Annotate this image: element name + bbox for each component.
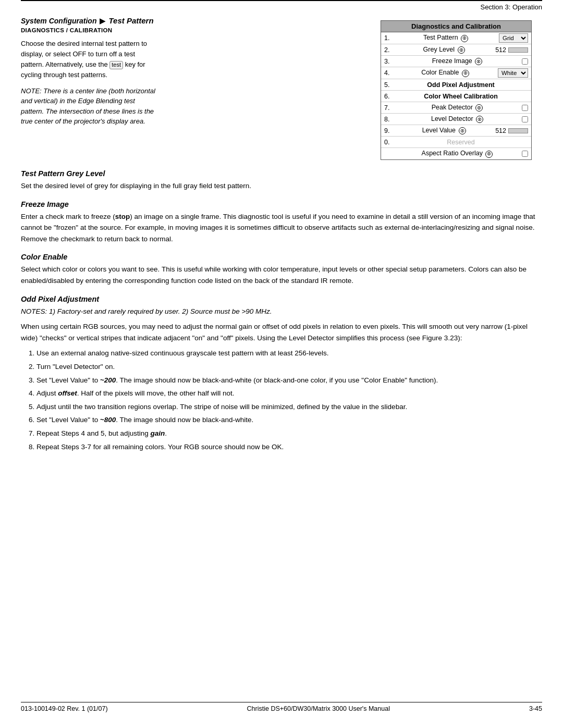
diag-label-1: Test Pattern ⦿ [394,34,499,42]
aspect-ratio-overlay-checkbox[interactable] [522,151,528,157]
diag-num-0: 0. [384,139,394,146]
list-item-7: Repeat Steps 4 and 5, but adjusting gain… [36,428,542,439]
freeze-image-checkbox[interactable] [522,58,528,65]
diag-num-8: 8. [384,116,394,123]
diagnostics-table: Diagnostics and Calibration 1. Test Patt… [381,20,532,160]
diag-row-9: 9. Level Value ⦿ 512 [381,125,531,137]
diag-label-3: Freeze Image ⦿ [394,57,522,66]
diag-control-1[interactable]: Grid OFF White [499,33,528,43]
diag-label-6: Color Wheel Calibration [394,93,528,100]
left-para1: Choose the desired internal test pattern… [21,39,156,81]
list-item-2: Turn "Level Detector" on. [36,361,542,373]
test-pattern-title: Test Pattern [108,16,153,25]
level-value-slider[interactable] [508,128,528,133]
diag-num-9: 9. [384,127,394,134]
diag-num-5: 5. [384,81,394,89]
footer-bar: 013-100149-02 Rev. 1 (01/07) Christie DS… [21,702,542,712]
diag-num-1: 1. [384,34,394,42]
color-enable-select[interactable]: White Red Green Blue [498,68,528,78]
odd-pixel-heading: Odd Pixel Adjustment [21,295,542,303]
grey-level-slider[interactable] [508,47,528,53]
diag-control-3[interactable] [522,58,528,65]
diag-num-2: 2. [384,46,394,54]
diag-num-4: 4. [384,69,394,77]
page: Section 3: Operation System Configuratio… [0,0,563,728]
diag-control-7[interactable] [522,105,528,111]
footer-center: Christie DS+60/DW30/Matrix 3000 User's M… [247,705,390,712]
footer-right: 3-45 [529,705,542,712]
diag-control-aro[interactable] [522,151,528,157]
sys-config-title: System Configuration [21,17,96,25]
arrow-icon: ▶ [100,17,105,25]
list-item-8: Repeat Steps 3-7 for all remaining color… [36,441,542,453]
diag-label-aro: Aspect Ratio Overlay ⦿ [394,150,522,158]
main-content: System Configuration ▶ Test Pattern Diag… [21,16,542,452]
diag-num-7: 7. [384,104,394,112]
diag-row-3: 3. Freeze Image ⦿ [381,56,531,67]
grey-level-value: 512 [495,46,506,54]
diag-row-6: 6. Color Wheel Calibration [381,91,531,102]
ir-icon-9: ⦿ [459,127,466,134]
diag-row-4: 4. Color Enable ⦿ White Red Green Blue [381,67,531,79]
diag-label-8: Level Detector ⦿ [394,115,522,124]
diag-control-9: 512 [495,127,528,134]
diag-label-5: Odd Pixel Adjustment [394,81,528,89]
diag-row-1: 1. Test Pattern ⦿ Grid OFF White [381,32,531,44]
ir-icon-4: ⦿ [462,70,469,77]
color-enable-heading: Color Enable [21,253,542,261]
grey-level-heading: Test Pattern Grey Level [21,169,542,178]
ir-icon-aro: ⦿ [485,151,493,158]
list-item-3: Set "Level Value" to ~200. The image sho… [36,375,542,386]
header-bar: Section 3: Operation [21,0,542,11]
diag-control-2: 512 [495,46,528,54]
diag-control-4[interactable]: White Red Green Blue [498,68,528,78]
diag-row-7: 7. Peak Detector ⦿ [381,102,531,114]
diag-cal-label: Diagnostics / Calibration [21,27,156,33]
diag-control-8[interactable] [522,116,528,122]
diag-table-title: Diagnostics and Calibration [381,21,531,32]
right-column: Diagnostics and Calibration 1. Test Patt… [167,16,532,160]
freeze-image-body: Enter a check mark to freeze (stop) an i… [21,211,542,245]
diag-label-7: Peak Detector ⦿ [394,104,522,112]
diag-num-6: 6. [384,93,394,100]
footer-left: 013-100149-02 Rev. 1 (01/07) [21,705,108,712]
sys-config-heading: System Configuration ▶ Test Pattern [21,16,156,25]
left-column: System Configuration ▶ Test Pattern Diag… [21,16,156,160]
odd-pixel-notes: NOTES: 1) Factory-set and rarely require… [21,306,542,317]
test-pattern-select[interactable]: Grid OFF White [499,33,528,43]
ir-icon-7: ⦿ [475,104,483,112]
ir-icon-1: ⦿ [461,35,468,42]
list-item-6: Set "Level Value" to ~800. The image sho… [36,414,542,426]
diag-row-aro: Aspect Ratio Overlay ⦿ [381,148,531,159]
odd-pixel-list: Use an external analog native-sized cont… [36,348,542,452]
center-line-note: NOTE: There is a center line (both horiz… [21,86,156,127]
diag-row-5: 5. Odd Pixel Adjustment [381,79,531,91]
diag-row-2: 2. Grey Level ⦿ 512 [381,44,531,56]
test-key: test [109,61,123,69]
diag-num-3: 3. [384,58,394,65]
ir-icon-3: ⦿ [475,58,482,65]
top-section: System Configuration ▶ Test Pattern Diag… [21,16,542,160]
peak-detector-checkbox[interactable] [522,105,528,111]
level-detector-checkbox[interactable] [522,116,528,122]
diag-label-9: Level Value ⦿ [394,127,495,135]
color-enable-body: Select which color or colors you want to… [21,264,542,286]
grey-level-body: Set the desired level of grey for displa… [21,180,542,192]
level-value-number: 512 [495,127,506,134]
ir-icon-8: ⦿ [476,116,483,123]
list-item-1: Use an external analog native-sized cont… [36,348,542,359]
freeze-image-heading: Freeze Image [21,200,542,208]
list-item-4: Adjust offset. Half of the pixels will m… [36,388,542,399]
list-item-5: Adjust until the two transition regions … [36,401,542,413]
diag-label-0: Reserved [394,139,528,146]
diag-row-0: 0. Reserved [381,137,531,148]
header-text: Section 3: Operation [480,3,542,11]
ir-icon-2: ⦿ [458,46,465,54]
odd-pixel-body: When using certain RGB sources, you may … [21,321,542,343]
diag-label-2: Grey Level ⦿ [394,46,495,54]
diag-row-8: 8. Level Detector ⦿ [381,114,531,125]
diag-label-4: Color Enable ⦿ [394,69,498,77]
